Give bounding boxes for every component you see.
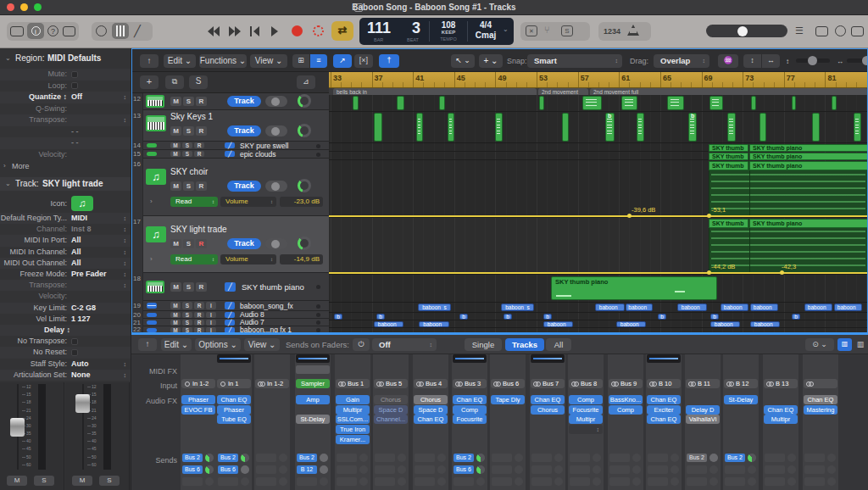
library-icon[interactable] bbox=[10, 26, 24, 36]
single-view-icon[interactable]: ▥ bbox=[837, 338, 852, 351]
pointer-tool-select[interactable]: ↖ ⌄ bbox=[451, 54, 475, 68]
send-knob-empty[interactable] bbox=[515, 477, 523, 486]
midi-region[interactable] bbox=[621, 96, 637, 110]
inspector-row[interactable]: Transpose:↕ bbox=[0, 280, 131, 291]
send-slot-empty[interactable] bbox=[609, 477, 630, 486]
midi-region-header[interactable]: SKY thumb bbox=[709, 219, 748, 228]
send-knob-empty[interactable] bbox=[554, 477, 563, 486]
track-i-button[interactable]: I bbox=[206, 312, 216, 318]
track-toggle[interactable] bbox=[265, 238, 287, 249]
send-knob-empty[interactable] bbox=[279, 465, 287, 474]
audio-region[interactable]: baboon_ bbox=[804, 303, 832, 311]
track-record-button[interactable]: R bbox=[196, 239, 207, 248]
send-slot-empty[interactable] bbox=[375, 465, 395, 474]
send-slot[interactable]: Bus 2 bbox=[453, 454, 474, 462]
send-slot-empty[interactable] bbox=[804, 477, 825, 486]
audio-region[interactable]: baboon_ bbox=[595, 303, 625, 311]
send-knob-empty[interactable] bbox=[709, 465, 718, 474]
track-r-button[interactable]: R bbox=[194, 151, 204, 157]
plugin-slot[interactable]: Kramer... bbox=[336, 435, 370, 444]
horizontal-zoom-icon[interactable]: ↔ bbox=[762, 54, 780, 68]
send-slot-empty[interactable] bbox=[297, 477, 317, 486]
input-slot[interactable]: Bus 9 bbox=[609, 379, 643, 388]
midi-region[interactable] bbox=[760, 113, 766, 142]
midi-region[interactable]: SKY thumb piano bbox=[749, 144, 868, 152]
autopunch-icon[interactable]: ✕ bbox=[526, 25, 537, 36]
eq-thumbnail[interactable] bbox=[296, 354, 330, 363]
midi-region[interactable] bbox=[416, 113, 423, 142]
track-onoff-button[interactable]: Track bbox=[227, 181, 261, 192]
send-knob-empty[interactable] bbox=[827, 454, 836, 462]
track-mute-button[interactable]: M bbox=[170, 282, 181, 292]
send-knob[interactable] bbox=[241, 465, 249, 474]
midi-region[interactable]: b bbox=[688, 113, 697, 142]
menu-view[interactable]: View ⌄ bbox=[250, 54, 287, 68]
send-knob-empty[interactable] bbox=[359, 454, 368, 462]
send-slot-empty[interactable] bbox=[375, 454, 395, 462]
go-to-beginning-button[interactable] bbox=[250, 26, 252, 36]
send-knob[interactable] bbox=[205, 465, 214, 474]
midi-region[interactable] bbox=[751, 96, 756, 110]
send-knob-empty[interactable] bbox=[320, 477, 328, 486]
stepper-icon[interactable]: ↕ bbox=[124, 114, 127, 126]
arrangement-marker[interactable]: 2nd movement bbox=[538, 88, 588, 95]
send-slot-empty[interactable] bbox=[492, 477, 512, 486]
midi-region[interactable] bbox=[397, 96, 404, 110]
glue-tool-icon[interactable]: ↗ bbox=[333, 54, 352, 68]
send-slot-empty[interactable] bbox=[256, 477, 276, 486]
drag-up-icon[interactable]: ↑ bbox=[140, 54, 159, 68]
send-knob-empty[interactable] bbox=[398, 454, 406, 462]
inspector-row[interactable]: Quantize ↕Off↕ bbox=[0, 92, 131, 103]
mute-button[interactable]: M bbox=[72, 476, 92, 486]
lane-13[interactable] bbox=[329, 112, 868, 143]
track-solo-button[interactable]: S bbox=[183, 282, 194, 292]
power-icon[interactable]: ⏻ bbox=[353, 338, 370, 351]
audio-region[interactable]: baboon_s bbox=[501, 303, 534, 311]
track-m-button[interactable]: M bbox=[170, 312, 181, 318]
send-slot[interactable]: Bus 2 bbox=[297, 454, 317, 462]
input-slot[interactable]: Bus 3 bbox=[453, 379, 487, 388]
plugin-slot[interactable]: Phaser bbox=[181, 395, 215, 404]
audio-region[interactable]: baboon_ bbox=[710, 321, 740, 327]
track-header-15[interactable]: 15MSR╱epic clouds bbox=[131, 150, 329, 159]
stepper-icon[interactable]: ↕ bbox=[124, 235, 127, 246]
inspector-row[interactable]: Mute: bbox=[0, 69, 131, 81]
stepper-icon[interactable]: ↕ bbox=[124, 359, 127, 370]
track-record-button[interactable]: R bbox=[196, 282, 207, 292]
plugin-slot[interactable]: Space D bbox=[414, 405, 448, 415]
track-inspector-header[interactable]: ⌄Track:SKY light trade bbox=[0, 177, 131, 191]
send-knob-empty[interactable] bbox=[398, 477, 406, 486]
audio-region[interactable]: baboon_ bbox=[750, 321, 780, 327]
plugin-slot[interactable]: Comp bbox=[453, 405, 487, 415]
patch-icon[interactable]: ╱ bbox=[225, 142, 235, 148]
inspector-row[interactable]: Vel Limit:1 127 bbox=[0, 314, 131, 325]
stepper-icon[interactable]: ↕ bbox=[124, 269, 127, 280]
track-header-20[interactable]: 20MSRI╱Audio 8 bbox=[131, 311, 329, 319]
pan-knob[interactable] bbox=[298, 237, 311, 250]
track-s-button[interactable]: S bbox=[182, 320, 192, 326]
inspector-row[interactable]: Q-Swing: bbox=[0, 103, 131, 115]
plugin-slot[interactable]: Chan EQ bbox=[764, 405, 798, 415]
midi-region[interactable] bbox=[374, 113, 382, 142]
automation-line[interactable] bbox=[329, 215, 868, 217]
midi-region[interactable]: SKY thumb bbox=[709, 153, 748, 160]
send-knob[interactable] bbox=[476, 454, 485, 462]
lane-21[interactable] bbox=[329, 320, 868, 328]
vertical-zoom-icon[interactable]: ↕ bbox=[743, 54, 761, 68]
plugin-slot[interactable]: Delay D bbox=[686, 405, 720, 415]
midi-region[interactable] bbox=[854, 113, 861, 142]
add-track-button[interactable]: + bbox=[140, 75, 159, 89]
send-knob[interactable] bbox=[320, 465, 328, 474]
send-slot-empty[interactable] bbox=[182, 477, 203, 486]
view-options-icon[interactable]: ⊙ ⌄ bbox=[805, 338, 834, 351]
vertical-zoom-knob[interactable] bbox=[808, 56, 817, 65]
send-slot-empty[interactable] bbox=[256, 465, 276, 474]
track-solo-button[interactable]: S bbox=[183, 181, 194, 191]
group-solo-button[interactable]: S bbox=[189, 75, 208, 89]
track-lanes[interactable]: bbSKY thumbSKY thumb pianoSKY thumbSKY t… bbox=[329, 95, 868, 332]
audio-region[interactable]: baboon_ bbox=[419, 321, 449, 327]
track-header-14[interactable]: 14MSR╱SKY pure swell bbox=[131, 142, 329, 150]
send-slot-empty[interactable] bbox=[337, 454, 357, 462]
eq-thumbnail[interactable] bbox=[531, 354, 565, 363]
plugin-slot[interactable]: Chan EQ bbox=[647, 395, 681, 404]
